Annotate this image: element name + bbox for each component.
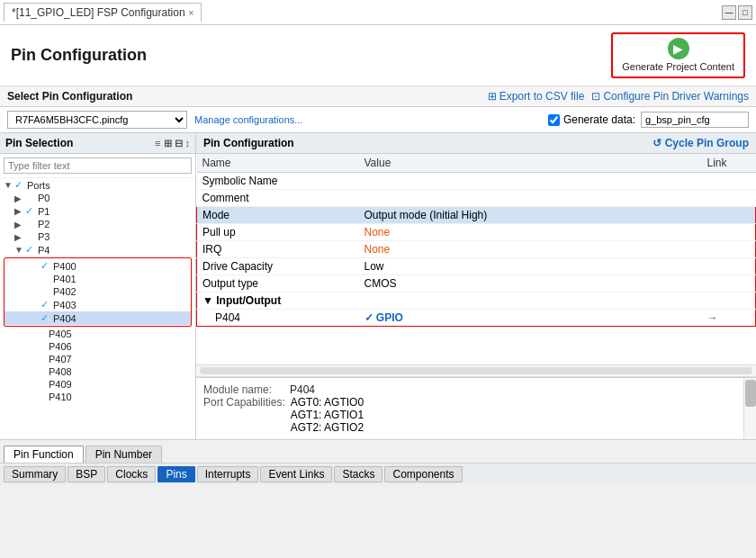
row-value-comment[interactable]	[359, 190, 702, 207]
tab-pin-function[interactable]: Pin Function	[4, 446, 84, 463]
tree-node-p407[interactable]: P407	[0, 353, 195, 365]
label-p400: P400	[53, 261, 76, 272]
maximize-btn[interactable]: □	[738, 5, 752, 20]
config-table-area: Name Value Link Symbolic Name Comment	[196, 154, 756, 364]
row-name-irq: IRQ	[197, 241, 359, 258]
row-value-symbolic[interactable]	[359, 173, 702, 190]
comment-input[interactable]	[364, 193, 697, 203]
tree-node-p2[interactable]: ▶ P2	[0, 218, 195, 230]
vertical-scrollbar[interactable]	[743, 378, 756, 439]
expand-icon[interactable]: ⊞	[164, 138, 172, 149]
row-value-p404[interactable]: ✓ GPIO	[359, 310, 702, 327]
tree-node-p401[interactable]: P401	[4, 273, 191, 285]
stab-stacks[interactable]: Stacks	[334, 466, 382, 482]
row-name-inout: ▼ Input/Output	[197, 292, 359, 310]
vscroll-thumb	[745, 380, 756, 407]
row-link-p404[interactable]: →	[702, 310, 756, 327]
tree-node-p4[interactable]: ▼ ✓ P4	[0, 243, 195, 256]
generate-data-label[interactable]: Generate data:	[548, 113, 635, 126]
cycle-pin-group-button[interactable]: ↺ Cycle Pin Group	[652, 137, 749, 149]
module-name-row: Module name: P404	[203, 383, 364, 396]
tree-node-p1[interactable]: ▶ ✓ P1	[0, 204, 195, 218]
expand-p1: ▶	[14, 206, 25, 216]
table-row: Symbolic Name	[197, 173, 756, 190]
pin-config-header: Pin Configuration ↺ Cycle Pin Group	[196, 133, 756, 154]
expand-ports: ▼	[4, 180, 14, 190]
stab-components[interactable]: Components	[384, 466, 462, 482]
expand-p2: ▶	[14, 220, 25, 230]
stab-stacks-label: Stacks	[342, 468, 374, 481]
col-link: Link	[702, 154, 756, 173]
row-link-irq	[702, 241, 756, 258]
export-icon: ⊞	[488, 90, 497, 103]
editor-tab[interactable]: *[11_GPIO_LED] FSP Configuration ×	[4, 3, 202, 22]
tree-node-ports[interactable]: ▼ ✓ Ports	[0, 178, 195, 192]
configure-icon: ⊡	[591, 90, 600, 103]
symbolic-name-input[interactable]	[364, 176, 697, 186]
stab-pins[interactable]: Pins	[158, 466, 194, 482]
row-link-comment	[702, 190, 756, 207]
highlighted-pins-group: ✓ P400 P401 P402 ✓ P403	[4, 257, 192, 327]
row-name-pullup: Pull up	[197, 224, 359, 241]
row-value-output[interactable]: CMOS	[359, 275, 702, 292]
tree-node-p405[interactable]: P405	[0, 328, 195, 340]
config-select[interactable]: R7FA6M5BH3CFC.pincfg	[7, 111, 187, 129]
row-value-drive[interactable]: Low	[359, 258, 702, 275]
row-name-comment: Comment	[197, 190, 359, 207]
label-p2: P2	[38, 219, 50, 230]
tree-node-p409[interactable]: P409	[0, 378, 195, 391]
stab-event-links[interactable]: Event Links	[260, 466, 332, 482]
tree-node-p0[interactable]: ▶ P0	[0, 192, 195, 204]
row-value-irq[interactable]: None	[359, 241, 702, 258]
label-p0: P0	[38, 193, 50, 203]
label-p403: P403	[53, 300, 76, 310]
stab-bsp[interactable]: BSP	[68, 466, 105, 482]
label-p4: P4	[38, 245, 50, 256]
label-p409: P409	[49, 379, 72, 390]
tree-node-p408[interactable]: P408	[0, 365, 195, 378]
port-cap-2: AGT2: AGTIO2	[291, 421, 364, 434]
stab-interrupts[interactable]: Interrupts	[197, 466, 259, 482]
sort-icon[interactable]: ↕	[185, 138, 191, 149]
module-info-panel: Module name: P404 Port Capabilities: AGT…	[196, 377, 756, 439]
horizontal-scrollbar[interactable]	[196, 364, 756, 377]
stab-summary-label: Summary	[12, 468, 58, 481]
tree-node-p400[interactable]: ✓ P400	[4, 259, 191, 273]
label-p1: P1	[38, 206, 50, 217]
tree-node-p410[interactable]: P410	[0, 391, 195, 403]
module-name-label: Module name:	[203, 383, 284, 396]
manage-configs-link[interactable]: Manage configurations...	[194, 114, 302, 125]
tree-node-p404[interactable]: ✓ P404	[4, 311, 191, 325]
label-p401: P401	[53, 274, 76, 284]
configure-warnings-button[interactable]: ⊡ Configure Pin Driver Warnings	[591, 90, 749, 103]
generate-data-input[interactable]	[641, 112, 749, 128]
row-name-output: Output type	[197, 275, 359, 292]
generate-data-checkbox[interactable]	[548, 114, 560, 126]
generate-project-button[interactable]: ▶ Generate Project Content	[611, 32, 745, 78]
close-tab-btn[interactable]: ×	[189, 8, 194, 18]
pin-tree: ▼ ✓ Ports ▶ P0 ▶ ✓ P1 ▶ P2 ▶	[0, 178, 195, 439]
row-link-inout	[702, 292, 756, 310]
filter-input[interactable]	[4, 158, 192, 174]
stab-components-label: Components	[392, 468, 454, 481]
expand-p3: ▶	[14, 232, 25, 242]
collapse-icon[interactable]: ⊟	[175, 138, 183, 149]
module-info-content: Module name: P404 Port Capabilities: AGT…	[203, 383, 364, 434]
filter-icon[interactable]: ≡	[155, 138, 160, 149]
row-value-mode[interactable]: Output mode (Initial High)	[359, 207, 702, 224]
tab-pin-number[interactable]: Pin Number	[86, 446, 162, 463]
tree-node-p3[interactable]: ▶ P3	[0, 230, 195, 243]
cycle-pin-label: ↺ Cycle Pin Group	[652, 137, 749, 149]
tree-node-p402[interactable]: P402	[4, 285, 191, 298]
stab-clocks[interactable]: Clocks	[107, 466, 156, 482]
minimize-btn[interactable]: —	[722, 5, 736, 20]
bottom-tab-bar: Pin Function Pin Number	[0, 439, 756, 463]
export-csv-button[interactable]: ⊞ Export to CSV file	[488, 90, 585, 103]
row-name-mode: Mode	[197, 207, 359, 224]
window-controls: — □	[722, 5, 752, 20]
table-row-irq: IRQ None	[197, 241, 756, 258]
tree-node-p403[interactable]: ✓ P403	[4, 298, 191, 311]
stab-summary[interactable]: Summary	[4, 466, 66, 482]
row-value-pullup[interactable]: None	[359, 224, 702, 241]
tree-node-p406[interactable]: P406	[0, 340, 195, 353]
